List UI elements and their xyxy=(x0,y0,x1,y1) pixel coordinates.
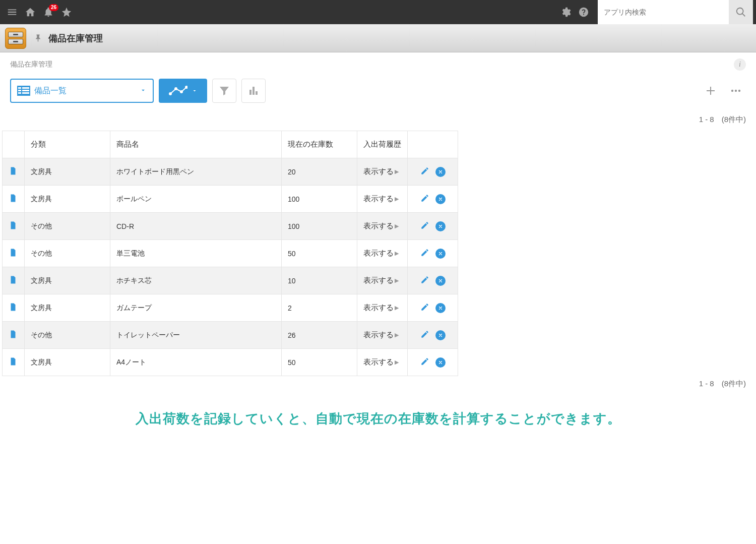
cell-category: その他 xyxy=(25,213,110,240)
delete-icon[interactable] xyxy=(435,194,446,204)
bell-icon[interactable]: 26 xyxy=(39,3,57,21)
table-header-row: 分類 商品名 現在の在庫数 入出荷履歴 xyxy=(3,131,458,158)
cell-stock: 2 xyxy=(282,294,357,322)
search-button[interactable] xyxy=(729,0,753,24)
footer-message: 入出荷数を記録していくと、自動で現在の在庫数を計算することができます。 xyxy=(0,395,756,443)
history-link[interactable]: 表示する▶ xyxy=(363,221,399,231)
edit-icon[interactable] xyxy=(420,330,429,340)
star-icon[interactable] xyxy=(57,3,76,21)
table-row: その他CD-R100表示する▶ xyxy=(3,213,458,240)
svg-rect-11 xyxy=(249,90,251,95)
view-selector[interactable]: 備品一覧 xyxy=(10,79,154,103)
toolbar: 備品一覧 xyxy=(0,75,756,112)
table-row: その他トイレットペーパー26表示する▶ xyxy=(3,322,458,349)
svg-rect-6 xyxy=(22,92,29,94)
delete-icon[interactable] xyxy=(435,330,446,340)
cell-stock: 20 xyxy=(282,158,357,186)
home-icon[interactable] xyxy=(21,3,39,21)
filter-button[interactable] xyxy=(212,79,236,103)
grid-icon xyxy=(17,86,30,96)
delete-icon[interactable] xyxy=(435,303,446,313)
cell-stock: 50 xyxy=(282,349,357,376)
edit-icon[interactable] xyxy=(420,303,429,313)
chart-button[interactable] xyxy=(241,79,266,103)
table-row: その他単三電池50表示する▶ xyxy=(3,240,458,267)
svg-rect-12 xyxy=(253,87,255,95)
cell-stock: 26 xyxy=(282,322,357,349)
svg-point-15 xyxy=(735,90,737,92)
edit-icon[interactable] xyxy=(420,357,429,368)
delete-icon[interactable] xyxy=(435,249,446,259)
edit-icon[interactable] xyxy=(420,221,429,231)
history-link[interactable]: 表示する▶ xyxy=(363,330,399,340)
cell-category: 文房具 xyxy=(25,294,110,322)
header-name[interactable]: 商品名 xyxy=(110,131,282,158)
document-icon[interactable] xyxy=(9,330,18,339)
cell-category: 文房具 xyxy=(25,186,110,213)
edit-icon[interactable] xyxy=(420,166,429,177)
cell-stock: 100 xyxy=(282,213,357,240)
document-icon[interactable] xyxy=(9,221,18,230)
history-link[interactable]: 表示する▶ xyxy=(363,167,399,176)
gear-icon[interactable] xyxy=(556,3,575,21)
delete-icon[interactable] xyxy=(435,167,446,177)
document-icon[interactable] xyxy=(9,357,18,366)
global-header: 26 xyxy=(0,0,756,24)
document-icon[interactable] xyxy=(9,194,18,203)
delete-icon[interactable] xyxy=(435,276,446,286)
history-link[interactable]: 表示する▶ xyxy=(363,194,399,204)
edit-icon[interactable] xyxy=(420,194,429,204)
header-category[interactable]: 分類 xyxy=(25,131,110,158)
cell-category: 文房具 xyxy=(25,158,110,186)
info-icon[interactable]: i xyxy=(734,58,746,71)
svg-point-16 xyxy=(738,90,740,92)
delete-icon[interactable] xyxy=(435,221,446,231)
svg-rect-5 xyxy=(18,92,21,94)
table-row: 文房具ボールペン100表示する▶ xyxy=(3,186,458,213)
cell-category: その他 xyxy=(25,322,110,349)
help-icon[interactable] xyxy=(575,3,593,21)
document-icon[interactable] xyxy=(9,303,18,312)
history-link[interactable]: 表示する▶ xyxy=(363,276,399,285)
header-history[interactable]: 入出荷履歴 xyxy=(357,131,408,158)
data-table: 分類 商品名 現在の在庫数 入出荷履歴 文房具ホワイトボード用黒ペン20表示する… xyxy=(2,131,458,376)
document-icon[interactable] xyxy=(9,166,18,175)
history-link[interactable]: 表示する▶ xyxy=(363,249,399,258)
cell-name: ガムテープ xyxy=(110,294,282,322)
menu-icon[interactable] xyxy=(3,3,21,21)
svg-rect-13 xyxy=(256,91,258,95)
edit-icon[interactable] xyxy=(420,275,429,286)
pin-icon[interactable] xyxy=(34,34,43,43)
table-row: 文房具ホチキス芯10表示する▶ xyxy=(3,267,458,294)
graph-button[interactable] xyxy=(159,79,207,103)
header-stock[interactable]: 現在の在庫数 xyxy=(282,131,357,158)
pagination-top: 1 - 8 (8件中) xyxy=(0,112,756,131)
search-input[interactable] xyxy=(598,0,729,24)
document-icon[interactable] xyxy=(9,275,18,284)
svg-rect-3 xyxy=(18,90,21,91)
cell-name: ボールペン xyxy=(110,186,282,213)
delete-icon[interactable] xyxy=(435,357,446,368)
svg-point-14 xyxy=(731,90,733,92)
history-link[interactable]: 表示する▶ xyxy=(363,303,399,313)
table-row: 文房具A4ノート50表示する▶ xyxy=(3,349,458,376)
history-link[interactable]: 表示する▶ xyxy=(363,357,399,367)
cell-stock: 100 xyxy=(282,186,357,213)
edit-icon[interactable] xyxy=(420,248,429,259)
cell-stock: 50 xyxy=(282,240,357,267)
more-icon[interactable] xyxy=(726,81,746,101)
cell-name: ホチキス芯 xyxy=(110,267,282,294)
svg-rect-4 xyxy=(22,90,29,91)
table-row: 文房具ホワイトボード用黒ペン20表示する▶ xyxy=(3,158,458,186)
add-button[interactable] xyxy=(701,81,721,101)
document-icon[interactable] xyxy=(9,248,18,257)
cell-category: その他 xyxy=(25,240,110,267)
svg-rect-1 xyxy=(18,87,21,89)
app-header: 備品在庫管理 xyxy=(0,24,756,52)
chevron-down-icon xyxy=(140,87,147,95)
app-icon xyxy=(5,28,26,49)
view-selector-label: 備品一覧 xyxy=(34,86,140,96)
cell-name: A4ノート xyxy=(110,349,282,376)
cell-name: CD-R xyxy=(110,213,282,240)
table-row: 文房具ガムテープ2表示する▶ xyxy=(3,294,458,322)
